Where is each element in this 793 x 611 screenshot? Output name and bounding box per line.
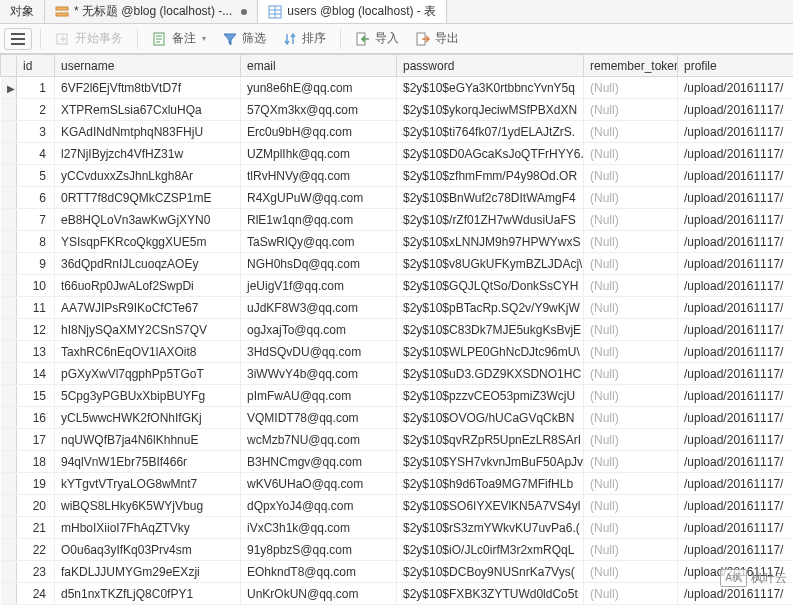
- cell-profile[interactable]: /upload/20161117/: [678, 319, 794, 341]
- tab-untitled-query[interactable]: * 无标题 @blog (localhost) -...: [45, 0, 258, 23]
- cell-password[interactable]: $2y$10$pBTacRp.SQ2v/Y9wKjW: [397, 297, 584, 319]
- table-row[interactable]: 936dQpdRnIJLcuoqzAOEyNGH0hsDq@qq.com$2y$…: [1, 253, 794, 275]
- cell-password[interactable]: $2y$10$iO/JLc0irfM3r2xmRQqL: [397, 539, 584, 561]
- cell-profile[interactable]: /upload/20161117/: [678, 517, 794, 539]
- cell-email[interactable]: iVxC3h1k@qq.com: [241, 517, 397, 539]
- cell-remember-token[interactable]: (Null): [584, 121, 678, 143]
- cell-profile[interactable]: /upload/20161117/: [678, 539, 794, 561]
- cell-id[interactable]: 18: [17, 451, 55, 473]
- cell-username[interactable]: yCCvduxxZsJhnLkgh8Ar: [55, 165, 241, 187]
- table-row[interactable]: 14pGXyXwVl7qgphPp5TGoT3iWWvY4b@qq.com$2y…: [1, 363, 794, 385]
- cell-profile[interactable]: /upload/20161117/: [678, 143, 794, 165]
- cell-remember-token[interactable]: (Null): [584, 319, 678, 341]
- cell-profile[interactable]: /upload/20161117/: [678, 275, 794, 297]
- cell-email[interactable]: pImFwAU@qq.com: [241, 385, 397, 407]
- column-header-remember-token[interactable]: remember_token: [584, 55, 678, 77]
- cell-id[interactable]: 12: [17, 319, 55, 341]
- table-row[interactable]: 7eB8HQLoVn3awKwGjXYN0RlE1w1qn@qq.com$2y$…: [1, 209, 794, 231]
- cell-remember-token[interactable]: (Null): [584, 385, 678, 407]
- cell-profile[interactable]: /upload/20161117/: [678, 187, 794, 209]
- cell-id[interactable]: 15: [17, 385, 55, 407]
- cell-id[interactable]: 22: [17, 539, 55, 561]
- table-row[interactable]: 4l27NjIByjzch4VfHZ31wUZMplIhk@qq.com$2y$…: [1, 143, 794, 165]
- cell-username[interactable]: hI8NjySQaXMY2CSnS7QV: [55, 319, 241, 341]
- cell-username[interactable]: d5n1nxTKZfLjQ8C0fPY1: [55, 583, 241, 605]
- column-header-email[interactable]: email: [241, 55, 397, 77]
- filter-button[interactable]: 筛选: [216, 27, 272, 50]
- tab-objects[interactable]: 对象: [0, 0, 45, 23]
- cell-password[interactable]: $2y$10$DCBoy9NUSnrKa7Vys(: [397, 561, 584, 583]
- cell-username[interactable]: pGXyXwVl7qgphPp5TGoT: [55, 363, 241, 385]
- cell-email[interactable]: NGH0hsDq@qq.com: [241, 253, 397, 275]
- begin-transaction-button[interactable]: 开始事务: [49, 27, 129, 50]
- cell-profile[interactable]: /upload/20161117/: [678, 407, 794, 429]
- cell-username[interactable]: faKDLJJUMYGm29eEXzji: [55, 561, 241, 583]
- cell-password[interactable]: $2y$10$/rZf01ZH7wWdusiUaFS: [397, 209, 584, 231]
- cell-password[interactable]: $2y$10$GQJLQtSo/DonkSsCYH: [397, 275, 584, 297]
- export-button[interactable]: 导出: [409, 27, 465, 50]
- cell-remember-token[interactable]: (Null): [584, 517, 678, 539]
- cell-email[interactable]: uJdKF8W3@qq.com: [241, 297, 397, 319]
- table-row[interactable]: 60RTT7f8dC9QMkCZSP1mER4XgUPuW@qq.com$2y$…: [1, 187, 794, 209]
- cell-remember-token[interactable]: (Null): [584, 77, 678, 99]
- table-row[interactable]: 11AA7WJIPsR9IKoCfCTe67uJdKF8W3@qq.com$2y…: [1, 297, 794, 319]
- table-row[interactable]: 13TaxhRC6nEqOV1lAXOit83HdSQvDU@qq.com$2y…: [1, 341, 794, 363]
- table-row[interactable]: 1894qlVnW1Ebr75BIf466rB3HNCmgv@qq.com$2y…: [1, 451, 794, 473]
- table-row[interactable]: 2XTPRemSLsia67CxluHQa57QXm3kx@qq.com$2y$…: [1, 99, 794, 121]
- column-header-id[interactable]: id: [17, 55, 55, 77]
- cell-profile[interactable]: /upload/20161117/: [678, 121, 794, 143]
- table-row[interactable]: 8YSIsqpFKRcoQkggXUE5mTaSwRlQy@qq.com$2y$…: [1, 231, 794, 253]
- cell-username[interactable]: 0RTT7f8dC9QMkCZSP1mE: [55, 187, 241, 209]
- sort-button[interactable]: 排序: [276, 27, 332, 50]
- cell-remember-token[interactable]: (Null): [584, 429, 678, 451]
- cell-username[interactable]: 6VF2l6EjVftm8tbVtD7f: [55, 77, 241, 99]
- cell-profile[interactable]: /upload/20161117/: [678, 429, 794, 451]
- cell-remember-token[interactable]: (Null): [584, 473, 678, 495]
- cell-password[interactable]: $2y$10$h9d6Toa9MG7MFifHLb: [397, 473, 584, 495]
- cell-username[interactable]: KGAdINdNmtphqN83FHjU: [55, 121, 241, 143]
- cell-username[interactable]: XTPRemSLsia67CxluHQa: [55, 99, 241, 121]
- table-row[interactable]: 22O0u6aq3yIfKq03Prv4sm91y8pbzS@qq.com$2y…: [1, 539, 794, 561]
- cell-profile[interactable]: /upload/20161117/: [678, 253, 794, 275]
- table-row[interactable]: 21mHboIXiioI7FhAqZTVkyiVxC3h1k@qq.com$2y…: [1, 517, 794, 539]
- cell-email[interactable]: tlRvHNVy@qq.com: [241, 165, 397, 187]
- cell-id[interactable]: 23: [17, 561, 55, 583]
- cell-id[interactable]: 11: [17, 297, 55, 319]
- cell-id[interactable]: 20: [17, 495, 55, 517]
- cell-id[interactable]: 14: [17, 363, 55, 385]
- cell-email[interactable]: UnKrOkUN@qq.com: [241, 583, 397, 605]
- column-header-password[interactable]: password: [397, 55, 584, 77]
- table-row[interactable]: 5yCCvduxxZsJhnLkgh8ArtlRvHNVy@qq.com$2y$…: [1, 165, 794, 187]
- cell-profile[interactable]: /upload/20161117/: [678, 231, 794, 253]
- cell-id[interactable]: 17: [17, 429, 55, 451]
- cell-id[interactable]: 5: [17, 165, 55, 187]
- cell-username[interactable]: 36dQpdRnIJLcuoqzAOEy: [55, 253, 241, 275]
- cell-password[interactable]: $2y$10$uD3.GDZ9KXSDNO1HC: [397, 363, 584, 385]
- cell-id[interactable]: 13: [17, 341, 55, 363]
- cell-remember-token[interactable]: (Null): [584, 407, 678, 429]
- cell-id[interactable]: 3: [17, 121, 55, 143]
- cell-username[interactable]: mHboIXiioI7FhAqZTVky: [55, 517, 241, 539]
- cell-profile[interactable]: /upload/20161117/: [678, 495, 794, 517]
- cell-remember-token[interactable]: (Null): [584, 187, 678, 209]
- table-row[interactable]: 10t66uoRp0JwALof2SwpDijeUigV1f@qq.com$2y…: [1, 275, 794, 297]
- cell-remember-token[interactable]: (Null): [584, 495, 678, 517]
- cell-password[interactable]: $2y$10$xLNNJM9h97HPWYwxS: [397, 231, 584, 253]
- cell-email[interactable]: ogJxajTo@qq.com: [241, 319, 397, 341]
- cell-profile[interactable]: /upload/20161117/: [678, 583, 794, 605]
- cell-password[interactable]: $2y$10$zfhmFmm/P4y98Od.OR: [397, 165, 584, 187]
- table-row[interactable]: 155Cpg3yPGBUxXbipBUYFgpImFwAU@qq.com$2y$…: [1, 385, 794, 407]
- cell-id[interactable]: 4: [17, 143, 55, 165]
- cell-password[interactable]: $2y$10$pzzvCEO53pmiZ3WcjU: [397, 385, 584, 407]
- cell-remember-token[interactable]: (Null): [584, 539, 678, 561]
- cell-password[interactable]: $2y$10$SO6IYXEVlKN5A7VS4yl: [397, 495, 584, 517]
- cell-username[interactable]: t66uoRp0JwALof2SwpDi: [55, 275, 241, 297]
- table-row[interactable]: 24d5n1nxTKZfLjQ8C0fPY1UnKrOkUN@qq.com$2y…: [1, 583, 794, 605]
- cell-id[interactable]: 9: [17, 253, 55, 275]
- cell-email[interactable]: dQpxYoJ4@qq.com: [241, 495, 397, 517]
- cell-password[interactable]: $2y$10$rS3zmYWkvKU7uvPa6.(: [397, 517, 584, 539]
- table-row[interactable]: 20wiBQS8LHky6K5WYjVbugdQpxYoJ4@qq.com$2y…: [1, 495, 794, 517]
- cell-remember-token[interactable]: (Null): [584, 209, 678, 231]
- cell-email[interactable]: RlE1w1qn@qq.com: [241, 209, 397, 231]
- table-row[interactable]: 3KGAdINdNmtphqN83FHjUErc0u9bH@qq.com$2y$…: [1, 121, 794, 143]
